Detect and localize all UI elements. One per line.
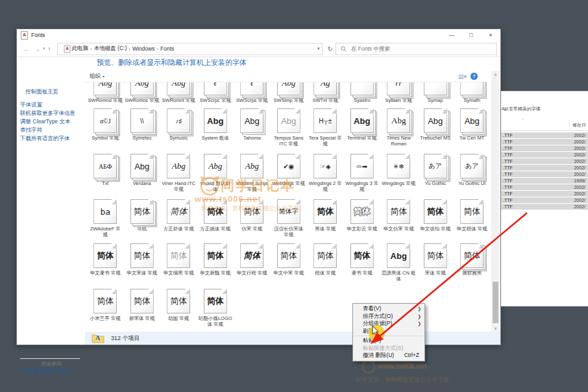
scroll-down-icon[interactable]: ∨ [491,326,500,330]
font-item[interactable]: AbgTerminal 常规 [344,108,381,147]
vertical-scrollbar[interactable]: ∧ ∨ [491,71,500,332]
font-item[interactable]: AbgVerdana [124,154,161,192]
file-row[interactable]: .TTF2002/ [501,132,588,138]
file-row[interactable]: .TTF2002/ [501,152,588,158]
sidebar-item[interactable]: 查找字符 [20,127,42,134]
font-item[interactable]: 简体宋体 常规 [417,243,454,282]
font-file-icon: Abg [277,82,300,95]
file-row[interactable]: .TTF2002/ [501,171,588,177]
font-item[interactable]: AbgTimes New Roman [380,108,417,147]
font-item[interactable]: 简体华文新魏 常规 [197,243,234,282]
file-row[interactable]: .TTF2002/ [501,165,588,171]
font-item[interactable]: 简体华文细黑 常规 [160,243,197,282]
font-item[interactable]: H┬±Tera Special 常规 [307,108,344,147]
font-item[interactable]: 简体黑体 常规 [307,199,344,238]
menu-separator [354,336,423,336]
font-item[interactable]: 简体方正舒体 常规 [160,199,197,238]
file-row[interactable]: .TTF1999/ [501,178,588,184]
font-item[interactable]: AbgSWRomns 常规 [124,82,161,105]
font-item[interactable]: AgSWTxt 常规 [307,82,344,105]
font-item[interactable]: AbgTempus Sans ITC 常规 [271,108,308,147]
font-item[interactable]: \\Symeteo [124,108,161,147]
font-item[interactable]: 简体隶书 常规 [344,243,381,282]
scrollbar-thumb[interactable] [493,282,498,323]
font-item[interactable]: baZWAdobeF 常规 [87,199,124,238]
recent-locations-icon[interactable]: ▾ [43,46,45,51]
sidebar-item[interactable]: 调整 ClearType 文本 [20,118,70,126]
menu-item[interactable]: 粘贴快捷方式(S) [353,345,424,352]
font-item[interactable]: 简体华文彩云 常规 [344,199,381,238]
menu-item[interactable]: 粘贴(P) [353,337,424,345]
file-list-header[interactable]: ˆ 修改日 [501,116,588,131]
font-item[interactable]: AbgTahoma [234,108,271,147]
up-button[interactable]: ↑ [48,45,51,53]
sidebar-item[interactable]: 字体设置 [20,101,42,109]
menu-item[interactable]: 撤消 删除(U)Ctrl+Z [353,352,424,360]
back-button[interactable]: ← [23,45,30,53]
font-item[interactable]: 简体站酷小薇LOGO体 常规 [197,289,234,327]
font-item[interactable]: 简体微软雅黑 [454,243,491,282]
font-item[interactable]: Abg思源黑体 CN 粗体 [380,243,417,282]
file-row[interactable]: .TTF2002/ [501,139,588,145]
font-item[interactable]: ⇨➡Wingdings 3 常规 [344,154,381,192]
column-modified[interactable]: 修改日 [572,122,586,129]
font-item[interactable]: AbgTrebuchet MS [417,108,454,147]
file-row[interactable]: .TTF2002/ [501,191,588,197]
font-item[interactable]: AbgTw Cen MT [454,108,491,147]
font-item[interactable]: AbgSWRomnd 常规 [87,82,124,105]
font-item[interactable]: 简体华文宋体 常规 [124,243,161,282]
font-item[interactable]: 简体新宋体 常规 [124,289,161,327]
font-item[interactable]: AbgSWSimp 常规 [271,82,308,105]
font-item[interactable]: 简体华文行楷 常规 [234,243,271,282]
font-item[interactable]: あアYu Gothic UI [454,154,491,192]
font-item[interactable]: AbgSWRomnt 常规 [160,82,197,105]
font-item[interactable]: rrSyllaen 常规 [380,82,417,105]
forward-button[interactable]: → [34,45,40,53]
sidebar-item[interactable]: 控制面板主页 [25,88,58,96]
organize-button[interactable]: 组织 ▾ [90,73,104,80]
font-item[interactable]: 简体华文中宋 常规 [271,243,308,282]
breadcrumb-segment[interactable]: 此电脑 [72,45,89,53]
font-item[interactable]: 简体华文琥珀 常规 [417,199,454,238]
sidebar-item[interactable]: 下载所有语言的字体 [20,135,70,143]
font-item[interactable]: 简体小米兰亭 常规 [87,289,124,327]
font-item[interactable]: ℓSWScrps 常规 [234,82,271,105]
sidebar-item[interactable]: 联机获取更多字体信息 [20,110,75,117]
change-view-icon[interactable]: ▤▾ [458,73,467,80]
font-item[interactable]: あアYu Gothic [417,154,454,192]
font-item[interactable]: АБФTxt [87,154,124,192]
menu-item[interactable]: 排序方式(O)❯ [353,313,424,321]
file-row[interactable]: .TTF2002/ [501,145,588,151]
font-file-icon [424,82,447,95]
help-icon[interactable]: ? [471,73,478,80]
font-item[interactable]: 简体等线 [124,199,161,238]
file-row[interactable]: .TTF2002/ [501,158,588,164]
font-item[interactable]: ℓSWScrpc 常规 [197,82,234,105]
font-item[interactable]: 简体楷体 常规 [307,243,344,282]
font-item[interactable]: ✳❄Wingdings 常规 [380,154,417,192]
font-item[interactable]: Symap [417,82,454,105]
menu-item[interactable]: 分组依据(P)❯ [353,320,424,328]
font-item[interactable]: α©JSymbol 常规 [87,108,124,147]
font-item[interactable]: Symath [454,82,491,105]
font-item[interactable]: 简体华文楷体 常规 [454,199,491,238]
file-row[interactable]: .TTF2002/ [501,204,588,210]
sidebar-item-text-services[interactable]: 文本服务和输入语言 [21,367,71,375]
menu-item[interactable]: 查看(V)❯ [353,305,424,313]
file-row[interactable]: .TTF2002/ [501,184,588,190]
font-item[interactable]: 简体幼圆 常规 [160,289,197,327]
font-item[interactable]: AbgViner Hand ITC 常规 [160,154,197,192]
page-fold-corner [112,108,117,114]
font-item[interactable]: 简体华文隶书 常规 [87,243,124,282]
font-item[interactable]: AbgSystem 粗体 [197,108,234,147]
menu-item[interactable]: 刷新 [353,328,424,336]
page-fold-corner [112,154,117,159]
file-name: .TTF [503,133,513,138]
file-row[interactable]: .TTF2002/ [501,197,588,203]
submenu-arrow-icon: ❯ [417,320,421,328]
font-item[interactable]: Syastro [344,82,381,105]
font-item[interactable]: ♪♯Symusic [160,108,197,147]
font-item[interactable]: ☞◈Wingdings 2 常规 [307,154,344,192]
scroll-up-icon[interactable]: ∧ [491,72,500,77]
font-item[interactable]: 简体华文仿宋 常规 [380,199,417,238]
